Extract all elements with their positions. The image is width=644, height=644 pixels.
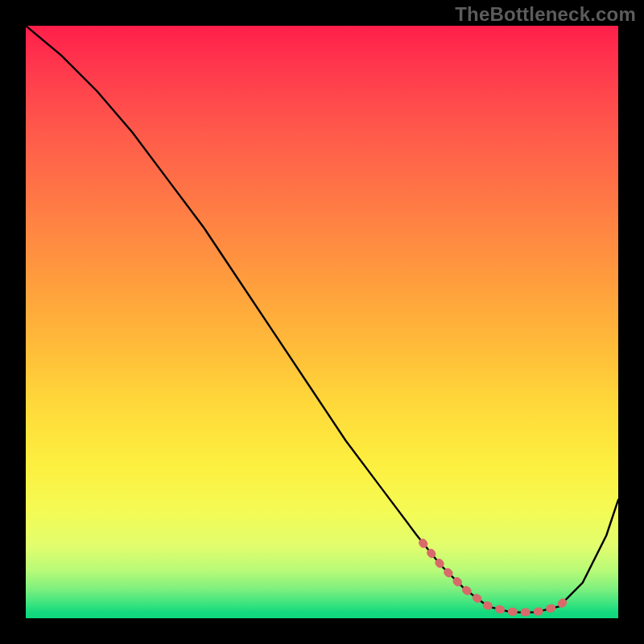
chart-frame: TheBottleneck.com: [0, 0, 644, 644]
watermark-text: TheBottleneck.com: [455, 3, 636, 26]
optimal-range-highlight: [423, 543, 571, 612]
bottleneck-curve: [26, 26, 618, 613]
plot-area: [26, 26, 618, 618]
curve-layer: [26, 26, 618, 618]
